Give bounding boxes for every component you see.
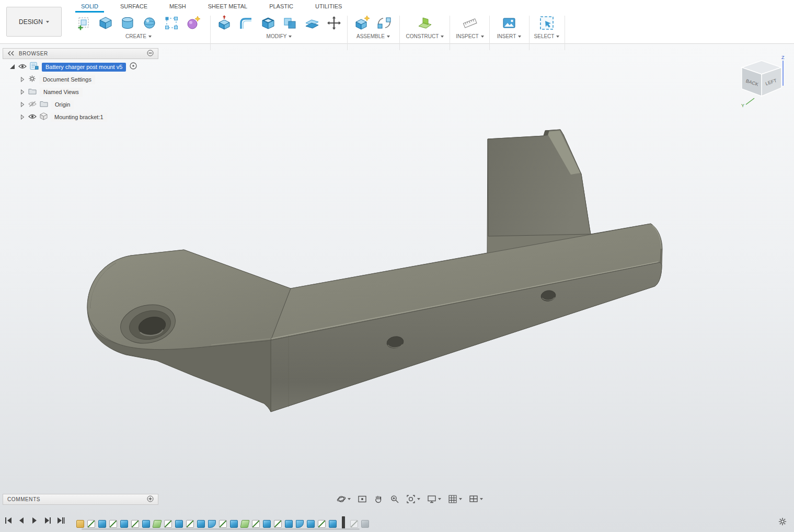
part-arm-top-face[interactable] bbox=[87, 250, 291, 350]
timeline-play-button[interactable] bbox=[30, 516, 39, 527]
item-label[interactable]: Origin bbox=[51, 100, 74, 109]
viewports-tool[interactable] bbox=[469, 494, 483, 504]
insert-dropdown[interactable]: INSERT bbox=[497, 33, 522, 39]
timeline-step-back-button[interactable] bbox=[17, 516, 26, 527]
root-document-label[interactable]: Battery charger post mount v5 bbox=[42, 63, 126, 72]
timeline-feature-extrude-icon[interactable] bbox=[175, 520, 183, 528]
visibility-hidden-eye-icon[interactable] bbox=[28, 100, 37, 109]
activate-component-radio[interactable] bbox=[129, 62, 137, 72]
ribbon: CREATE MODIFY ASSEMBLE bbox=[0, 13, 794, 43]
insert-image-icon[interactable] bbox=[501, 15, 517, 31]
modify-dropdown[interactable]: MODIFY bbox=[267, 33, 292, 39]
tab-mesh[interactable]: MESH bbox=[158, 0, 197, 13]
item-label[interactable]: Mounting bracket:1 bbox=[51, 113, 107, 122]
part-plate-face[interactable] bbox=[488, 130, 591, 236]
timeline-feature-extrude-icon[interactable] bbox=[98, 520, 106, 528]
new-component-icon[interactable] bbox=[354, 15, 371, 31]
timeline-feature-sketch-icon[interactable] bbox=[131, 520, 139, 528]
orbit-tool[interactable] bbox=[337, 494, 351, 504]
browser-item-root[interactable]: Battery charger post mount v5 bbox=[3, 61, 158, 73]
browser-item-named-views[interactable]: Named Views bbox=[3, 86, 158, 98]
cylinder-icon[interactable] bbox=[119, 15, 136, 31]
tab-sheet-metal[interactable]: SHEET METAL bbox=[197, 0, 258, 13]
pan-tool[interactable] bbox=[374, 494, 383, 504]
timeline-end-button[interactable] bbox=[56, 516, 65, 527]
look-at-tool[interactable] bbox=[358, 494, 367, 504]
create-dropdown[interactable]: CREATE bbox=[125, 33, 152, 39]
expand-arrow-icon[interactable] bbox=[20, 89, 25, 95]
select-icon[interactable] bbox=[538, 15, 555, 31]
browser-item-document-settings[interactable]: Document Settings bbox=[3, 73, 158, 86]
timeline-feature-sketch-icon[interactable] bbox=[274, 520, 282, 528]
timeline-feature-fillet-icon[interactable] bbox=[296, 520, 304, 528]
timeline-feature-extrude-icon[interactable] bbox=[120, 520, 128, 528]
construct-plane-icon[interactable] bbox=[417, 15, 433, 31]
expand-comments-icon[interactable] bbox=[147, 495, 154, 503]
timeline-feature-sketch-icon[interactable] bbox=[87, 520, 95, 528]
timeline-feature-plane-icon[interactable] bbox=[152, 520, 162, 528]
revolve-icon[interactable] bbox=[141, 15, 158, 31]
expand-arrow-icon[interactable] bbox=[20, 102, 25, 107]
display-settings-tool[interactable] bbox=[427, 494, 441, 504]
minimize-panel-icon[interactable] bbox=[147, 50, 154, 57]
browser-panel-header: BROWSER bbox=[3, 48, 158, 59]
timeline-slider-track[interactable] bbox=[82, 528, 360, 530]
visibility-eye-icon[interactable] bbox=[28, 112, 37, 122]
timeline-feature-fillet-icon[interactable] bbox=[208, 520, 216, 528]
zoom-tool[interactable] bbox=[390, 494, 399, 504]
timeline-feature-sketch-icon[interactable] bbox=[219, 520, 227, 528]
shell-icon[interactable] bbox=[260, 15, 277, 31]
item-label[interactable]: Named Views bbox=[40, 88, 83, 97]
inspect-dropdown[interactable]: INSPECT bbox=[456, 33, 484, 39]
move-copy-icon[interactable] bbox=[326, 15, 342, 31]
box-icon[interactable] bbox=[97, 15, 114, 31]
timeline-feature-extrude-icon[interactable] bbox=[197, 520, 205, 528]
timeline-feature-plane-icon[interactable] bbox=[240, 520, 249, 528]
create-sketch-icon[interactable] bbox=[75, 15, 92, 31]
timeline-feature-extrude-icon[interactable] bbox=[285, 520, 293, 528]
fit-tool[interactable] bbox=[406, 494, 420, 504]
tab-surface[interactable]: SURFACE bbox=[109, 0, 158, 13]
timeline-feature-extrude-icon[interactable] bbox=[329, 520, 337, 528]
timeline-feature-extrude-icon[interactable] bbox=[307, 520, 315, 528]
assemble-dropdown[interactable]: ASSEMBLE bbox=[356, 33, 390, 39]
collapse-panel-icon[interactable] bbox=[7, 51, 15, 57]
timeline-begin-button[interactable] bbox=[4, 516, 13, 527]
press-pull-icon[interactable] bbox=[216, 15, 233, 31]
viewcube[interactable]: Z Y BACK LEFT bbox=[734, 53, 789, 110]
ribbon-divider bbox=[450, 16, 450, 50]
tab-utilities[interactable]: UTILITIES bbox=[304, 0, 353, 13]
joint-icon[interactable] bbox=[376, 15, 393, 31]
tab-solid[interactable]: SOLID bbox=[70, 0, 109, 13]
expand-arrow-icon[interactable] bbox=[20, 114, 25, 120]
grid-settings-tool[interactable] bbox=[448, 494, 462, 504]
offset-face-icon[interactable] bbox=[304, 15, 320, 31]
timeline-feature-sketch-suppressed-icon[interactable] bbox=[350, 520, 358, 528]
construct-dropdown[interactable]: CONSTRUCT bbox=[406, 33, 444, 39]
item-label[interactable]: Document Settings bbox=[39, 75, 95, 84]
combine-icon[interactable] bbox=[282, 15, 298, 31]
timeline-step-forward-button[interactable] bbox=[43, 516, 52, 527]
timeline-feature-extrude-suppressed-icon[interactable] bbox=[361, 520, 369, 528]
browser-item-mounting-bracket[interactable]: Mounting bracket:1 bbox=[3, 111, 158, 123]
tab-plastic[interactable]: PLASTIC bbox=[258, 0, 304, 13]
timeline-feature-sketch-icon[interactable] bbox=[164, 520, 172, 528]
timeline-feature-sketch-icon[interactable] bbox=[318, 520, 326, 528]
timeline-feature-sketch-icon[interactable] bbox=[252, 520, 260, 528]
timeline-feature-form-icon[interactable] bbox=[76, 520, 84, 528]
timeline-feature-sketch-icon[interactable] bbox=[186, 520, 194, 528]
form-icon[interactable] bbox=[185, 15, 202, 31]
visibility-eye-icon[interactable] bbox=[18, 62, 27, 72]
fillet-icon[interactable] bbox=[238, 15, 255, 31]
caret-down-icon bbox=[441, 36, 444, 38]
browser-item-origin[interactable]: Origin bbox=[3, 98, 158, 111]
timeline-settings-gear-icon[interactable] bbox=[778, 517, 787, 528]
expand-arrow-icon[interactable] bbox=[20, 77, 25, 82]
measure-icon[interactable] bbox=[462, 15, 478, 31]
select-dropdown[interactable]: SELECT bbox=[534, 33, 560, 39]
timeline-feature-extrude-icon[interactable] bbox=[142, 520, 150, 528]
rectangular-pattern-icon[interactable] bbox=[163, 15, 180, 31]
timeline-feature-sketch-icon[interactable] bbox=[109, 520, 117, 528]
timeline-feature-extrude-icon[interactable] bbox=[263, 520, 271, 528]
timeline-feature-extrude-icon[interactable] bbox=[230, 520, 238, 528]
